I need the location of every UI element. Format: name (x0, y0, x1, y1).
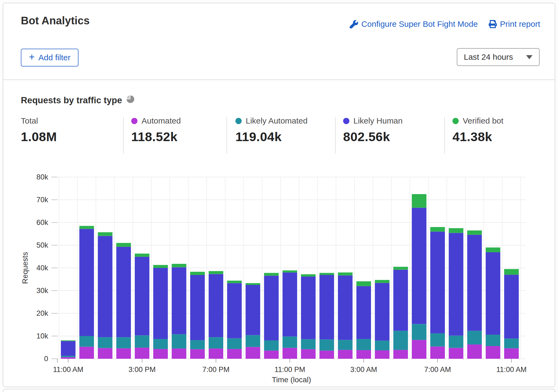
bar-segment[interactable] (61, 341, 76, 356)
bar-segment[interactable] (209, 337, 223, 348)
bar-segment[interactable] (430, 347, 445, 359)
bar-segment[interactable] (320, 275, 334, 340)
bar-segment[interactable] (430, 232, 445, 333)
bar-segment[interactable] (227, 281, 242, 283)
bar-segment[interactable] (116, 243, 131, 247)
bar-segment[interactable] (467, 230, 482, 235)
configure-super-bot-fight-mode-link[interactable]: Configure Super Bot Fight Mode (350, 19, 478, 29)
bar-segment[interactable] (320, 340, 334, 351)
bar-segment[interactable] (153, 265, 168, 268)
bar-segment[interactable] (375, 283, 389, 340)
bar-segment[interactable] (264, 273, 279, 275)
bar-segment[interactable] (283, 273, 297, 337)
bar-segment[interactable] (135, 254, 149, 257)
bar-segment[interactable] (486, 247, 500, 252)
bar-segment[interactable] (79, 229, 94, 336)
bar-segment[interactable] (301, 277, 316, 339)
bar-segment[interactable] (246, 335, 260, 347)
bar-segment[interactable] (172, 348, 186, 359)
time-range-dropdown[interactable]: Last 24 hours (457, 48, 540, 66)
bar-segment[interactable] (486, 346, 500, 359)
bar-segment[interactable] (393, 267, 408, 270)
bar-segment[interactable] (98, 236, 113, 337)
requests-by-traffic-type-chart[interactable]: 010k20k30k40k50k60k70k80k11:00 AM3:00 PM… (17, 163, 544, 391)
bar-segment[interactable] (153, 349, 168, 359)
bar-segment[interactable] (338, 350, 353, 359)
bar-segment[interactable] (504, 348, 519, 359)
bar-segment[interactable] (209, 271, 223, 274)
bar-segment[interactable] (301, 339, 316, 349)
bar-segment[interactable] (449, 335, 463, 348)
bar-segment[interactable] (190, 340, 205, 349)
bar-segment[interactable] (449, 233, 463, 336)
bar-segment[interactable] (486, 252, 500, 335)
bar-segment[interactable] (61, 340, 76, 341)
bar-segment[interactable] (375, 350, 389, 359)
bar-segment[interactable] (375, 280, 389, 283)
bar-segment[interactable] (61, 357, 76, 359)
bar-segment[interactable] (172, 264, 186, 267)
print-report-link[interactable]: Print report (489, 19, 540, 29)
bar-segment[interactable] (190, 272, 205, 275)
bar-segment[interactable] (449, 348, 463, 359)
bar-segment[interactable] (412, 194, 426, 208)
bar-segment[interactable] (375, 341, 389, 350)
bar-segment[interactable] (98, 348, 113, 359)
bar-segment[interactable] (393, 350, 408, 359)
bar-segment[interactable] (116, 337, 131, 348)
bar-segment[interactable] (356, 281, 371, 286)
bar-segment[interactable] (172, 267, 186, 334)
bar-segment[interactable] (467, 344, 482, 359)
bar-segment[interactable] (264, 276, 279, 340)
bar-segment[interactable] (79, 347, 94, 359)
bar-segment[interactable] (209, 348, 223, 359)
bar-segment[interactable] (504, 275, 519, 338)
bar-segment[interactable] (61, 356, 76, 357)
bar-segment[interactable] (172, 334, 186, 348)
bar-segment[interactable] (301, 349, 316, 359)
bar-segment[interactable] (79, 226, 94, 229)
bar-segment[interactable] (116, 348, 131, 359)
bar-segment[interactable] (320, 351, 334, 359)
bar-segment[interactable] (393, 270, 408, 331)
bar-segment[interactable] (356, 350, 371, 359)
bar-segment[interactable] (486, 335, 500, 346)
bar-segment[interactable] (393, 331, 408, 350)
bar-segment[interactable] (320, 273, 334, 275)
bar-segment[interactable] (227, 283, 242, 338)
bar-segment[interactable] (98, 232, 113, 236)
bar-segment[interactable] (467, 331, 482, 344)
bar-segment[interactable] (412, 208, 426, 324)
bar-segment[interactable] (190, 349, 205, 359)
bar-segment[interactable] (135, 257, 149, 335)
bar-segment[interactable] (264, 340, 279, 351)
bar-segment[interactable] (430, 227, 445, 232)
bar-segment[interactable] (467, 235, 482, 331)
bar-segment[interactable] (301, 274, 316, 277)
bar-segment[interactable] (190, 275, 205, 340)
bar-segment[interactable] (153, 339, 168, 349)
bar-segment[interactable] (98, 337, 113, 348)
bar-segment[interactable] (79, 336, 94, 347)
bar-segment[interactable] (283, 348, 297, 359)
bar-segment[interactable] (135, 348, 149, 359)
bar-segment[interactable] (430, 333, 445, 347)
bar-segment[interactable] (338, 340, 353, 350)
bar-segment[interactable] (227, 349, 242, 359)
bar-segment[interactable] (338, 275, 353, 340)
bar-segment[interactable] (209, 274, 223, 337)
bar-segment[interactable] (504, 338, 519, 348)
bar-segment[interactable] (227, 338, 242, 349)
bar-segment[interactable] (246, 347, 260, 359)
bar-segment[interactable] (412, 340, 426, 359)
bar-segment[interactable] (246, 283, 260, 285)
bar-segment[interactable] (283, 270, 297, 273)
bar-segment[interactable] (356, 339, 371, 350)
bar-segment[interactable] (412, 324, 426, 340)
add-filter-button[interactable]: + Add filter (21, 49, 78, 67)
bar-segment[interactable] (135, 335, 149, 347)
bar-segment[interactable] (283, 337, 297, 348)
bar-segment[interactable] (153, 268, 168, 339)
bar-segment[interactable] (449, 228, 463, 233)
bar-segment[interactable] (338, 273, 353, 275)
